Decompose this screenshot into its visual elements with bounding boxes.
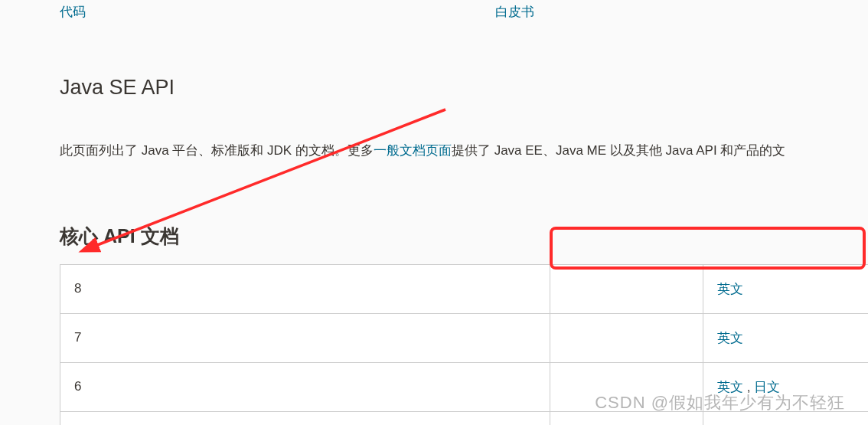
lang-link[interactable]: 英文 bbox=[717, 282, 743, 296]
version-cell: 7 bbox=[60, 313, 550, 362]
table-row: 6英文 , 日文 bbox=[60, 362, 869, 411]
top-nav: 代码 白皮书 bbox=[60, 0, 868, 21]
middle-cell bbox=[550, 264, 703, 313]
intro-text: 此页面列出了 Java 平台、标准版和 JDK 的文档。更多一般文档页面提供了 … bbox=[60, 141, 868, 161]
intro-after: 提供了 Java EE、Java ME 以及其他 Java API 和产品的文 bbox=[452, 143, 785, 158]
version-cell: 6 bbox=[60, 362, 550, 411]
lang-link[interactable]: 日文 bbox=[754, 380, 780, 394]
langs-cell: 英文 bbox=[703, 264, 869, 313]
middle-cell bbox=[550, 313, 703, 362]
page-title: Java SE API bbox=[60, 76, 868, 100]
middle-cell bbox=[550, 411, 703, 425]
separator: , bbox=[743, 380, 754, 394]
table-row: 8英文 bbox=[60, 264, 869, 313]
langs-cell: 英文 , 日文 bbox=[703, 362, 869, 411]
lang-link[interactable]: 英文 bbox=[717, 380, 743, 394]
intro-before: 此页面列出了 Java 平台、标准版和 JDK 的文档。更多 bbox=[60, 143, 374, 158]
version-cell: 8 bbox=[60, 264, 550, 313]
table-row: 7英文 bbox=[60, 313, 869, 362]
section-title: 核心 API 文档 bbox=[60, 224, 868, 249]
langs-cell: 英文 , 日文 bbox=[703, 411, 869, 425]
langs-cell: 英文 bbox=[703, 313, 869, 362]
middle-cell bbox=[550, 362, 703, 411]
nav-link-whitepaper[interactable]: 白皮书 bbox=[495, 3, 534, 21]
lang-link[interactable]: 英文 bbox=[717, 331, 743, 345]
general-docs-link[interactable]: 一般文档页面 bbox=[374, 143, 452, 158]
api-docs-table: 8英文7英文6英文 , 日文5.0英文 , 日文 bbox=[60, 264, 868, 426]
nav-link-code[interactable]: 代码 bbox=[60, 3, 86, 21]
table-row: 5.0英文 , 日文 bbox=[60, 411, 869, 425]
version-cell: 5.0 bbox=[60, 411, 550, 425]
